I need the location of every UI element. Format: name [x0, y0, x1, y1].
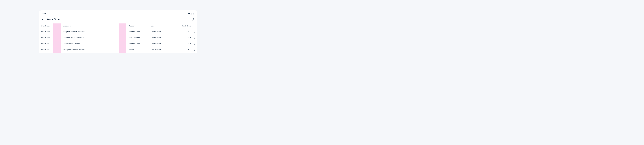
- cell-hours: 2.5: [182, 35, 191, 40]
- row-chevron: [191, 41, 195, 47]
- column-header-date: Date: [151, 24, 182, 28]
- cell-date: 01/12/2023: [151, 47, 182, 53]
- chevron-right-icon: [194, 43, 195, 44]
- table-row[interactable]: 11039403 Contact Joe H. for check New In…: [39, 35, 198, 41]
- row-chevron: [191, 29, 195, 34]
- cell-description: Check repair history: [63, 41, 128, 47]
- cell-worknumber: 11039405: [41, 47, 63, 53]
- page-title: Work Order: [47, 18, 61, 21]
- device-frame: 9:30: [39, 10, 198, 53]
- column-header-hours: Work Hours: [182, 24, 191, 28]
- cell-description: Bring the ordered toolset: [63, 47, 128, 53]
- column-header-category: Category: [128, 24, 151, 28]
- chevron-right-icon: [194, 31, 195, 32]
- cell-description: Regular monthly check in: [63, 29, 128, 34]
- chevron-right-icon: [194, 37, 195, 38]
- cell-worknumber: 11039402: [41, 29, 63, 34]
- cell-category: New Instance: [128, 35, 151, 40]
- cell-worknumber: 11039404: [41, 41, 63, 47]
- cell-signal-icon: [190, 12, 192, 15]
- back-arrow-icon[interactable]: [42, 18, 45, 20]
- column-header-spacer: [191, 24, 195, 28]
- edit-button[interactable]: [192, 18, 194, 20]
- header-left: Work Order: [42, 18, 61, 21]
- cell-hours: 4.0: [182, 29, 191, 34]
- status-time: 9:30: [42, 13, 46, 15]
- wifi-icon: [188, 12, 190, 15]
- cell-hours: 3.5: [182, 41, 191, 47]
- cell-date: 01/29/2023: [151, 29, 182, 34]
- cell-worknumber: 11039403: [41, 35, 63, 40]
- work-order-table: Work Number Description Category Date Wo…: [39, 24, 198, 53]
- table-row[interactable]: 11039402 Regular monthly check in Mainte…: [39, 29, 198, 35]
- table-header: Work Number Description Category Date Wo…: [39, 24, 198, 29]
- status-icons: [188, 12, 194, 15]
- table-row[interactable]: 11039405 Bring the ordered toolset Repor…: [39, 47, 198, 53]
- row-chevron: [191, 47, 195, 53]
- column-header-worknumber: Work Number: [41, 24, 63, 28]
- cell-category: Report: [128, 47, 151, 53]
- column-header-description: Description: [63, 24, 128, 28]
- svg-rect-0: [193, 13, 194, 13]
- chevron-right-icon: [194, 49, 195, 50]
- cell-hours: 8.0: [182, 47, 191, 53]
- cell-date: 01/20/2023: [151, 41, 182, 47]
- svg-rect-2: [193, 14, 194, 14]
- table-row[interactable]: 11039404 Check repair history Maintenanc…: [39, 41, 198, 47]
- cell-description: Contact Joe H. for check: [63, 35, 128, 40]
- battery-icon: [193, 12, 194, 15]
- cell-category: Maintenance: [128, 29, 151, 34]
- row-chevron: [191, 35, 195, 40]
- cell-date: 01/26/2023: [151, 35, 182, 40]
- cell-category: Maintenance: [128, 41, 151, 47]
- table-body: 11039402 Regular monthly check in Mainte…: [39, 29, 198, 53]
- header-bar: Work Order: [39, 16, 198, 24]
- status-bar: 9:30: [39, 10, 198, 16]
